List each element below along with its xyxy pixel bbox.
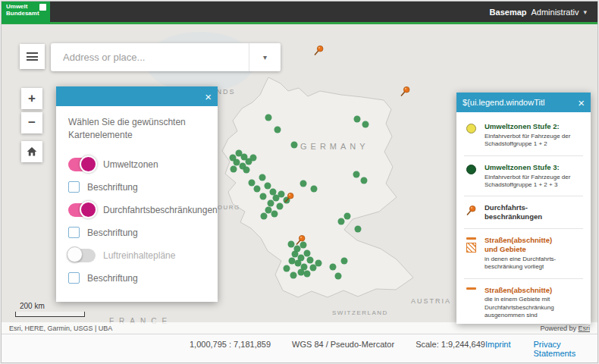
- legend-yellow-circle-icon: [464, 122, 478, 149]
- privacy-link[interactable]: Privacy Statements: [534, 340, 584, 358]
- uba-logo: Umwelt Bundesamt: [2, 1, 50, 24]
- chevron-down-icon: ▾: [263, 53, 267, 61]
- map-status: 1,000,795 : 7,181,859 WGS 84 / Pseudo-Me…: [190, 340, 485, 349]
- toggle-luftreinhaltepl-ne[interactable]: [68, 249, 96, 262]
- layer-row: Beschriftung: [68, 267, 205, 290]
- legend-item-title: Durchfahrts- beschränkungen: [485, 203, 583, 221]
- coordinates-readout: 1,000,795 : 7,181,859: [190, 340, 271, 349]
- umweltzone-dot[interactable]: [249, 180, 256, 187]
- toggle-durchfahrtsbeschr-nkungen[interactable]: [68, 203, 96, 217]
- umweltzone-dot[interactable]: [355, 226, 362, 233]
- umweltzone-dot[interactable]: [274, 127, 281, 133]
- home-button[interactable]: [21, 141, 42, 162]
- close-icon[interactable]: ×: [578, 97, 585, 108]
- legend-item-desc: Einfahrverbot für Fahrzeuge der Schadsto…: [485, 174, 583, 190]
- legend-item: Umweltzonen Stufe 2:Einfahrverbot für Fa…: [464, 115, 583, 156]
- map-canvas[interactable]: ERLANDSGERMANYXEMBOURGAUSTRIASWITZERLAND…: [2, 24, 597, 334]
- scale-readout: Scale: 1:9,244,649: [416, 340, 485, 349]
- umweltzone-dot[interactable]: [261, 213, 268, 220]
- search-box: ▾: [51, 43, 281, 71]
- layer-row: Beschriftung: [68, 176, 205, 199]
- top-bar: Umwelt Bundesamt Basemap Administrativ ▾: [2, 2, 597, 24]
- restriction-pin-icon[interactable]: [283, 192, 295, 204]
- logo-line2: Bundesamt: [6, 10, 45, 17]
- hamburger-icon: [27, 52, 38, 61]
- umweltzone-dot[interactable]: [289, 258, 296, 265]
- umweltzone-dot[interactable]: [250, 155, 257, 162]
- umweltzone-dot[interactable]: [344, 213, 351, 220]
- umweltzone-dot[interactable]: [362, 121, 369, 128]
- umweltzone-dot[interactable]: [265, 115, 272, 121]
- umweltzone-dot[interactable]: [259, 174, 266, 181]
- umweltzone-dot[interactable]: [254, 186, 261, 193]
- restriction-pin-icon[interactable]: [399, 86, 411, 98]
- umweltzone-dot[interactable]: [338, 218, 345, 225]
- umweltzone-dot[interactable]: [300, 180, 307, 187]
- checkbox-beschriftung-3[interactable]: [68, 227, 80, 238]
- checkbox-beschriftung-1[interactable]: [68, 181, 80, 193]
- layer-label: Umweltzonen: [103, 159, 158, 170]
- umweltzone-dot[interactable]: [315, 260, 322, 267]
- legend-title: ${ui.legend.windowTitl: [463, 98, 573, 107]
- map-scalebar: 200 km: [15, 302, 85, 317]
- country-label-switzerland: SWITZERLAND: [332, 309, 388, 316]
- umweltzone-dot[interactable]: [231, 166, 237, 173]
- layer-row: Beschriftung: [68, 221, 205, 244]
- umweltzone-dot[interactable]: [291, 142, 298, 149]
- umweltzone-dot[interactable]: [243, 167, 250, 174]
- logo-emblem-icon: [39, 4, 46, 11]
- umweltzone-dot[interactable]: [268, 200, 274, 207]
- umweltzone-dot[interactable]: [353, 171, 360, 178]
- legend-item-text: Durchfahrts- beschränkungen: [485, 203, 583, 221]
- toggle-umweltzonen[interactable]: [68, 158, 96, 171]
- attribution-text: Esri, HERE, Garmin, USGS | UBA: [9, 325, 112, 332]
- umweltzone-dot[interactable]: [260, 193, 267, 200]
- home-icon: [26, 146, 38, 158]
- umweltzone-dot[interactable]: [290, 272, 297, 279]
- umweltzone-dot[interactable]: [304, 271, 311, 278]
- dialog-body: Wählen Sie die gewünschten Kartenelement…: [56, 106, 218, 302]
- restriction-pin-icon[interactable]: [312, 45, 325, 57]
- umweltzone-dot[interactable]: [265, 183, 271, 190]
- legend-pin-icon: [464, 203, 478, 221]
- legend-item: Durchfahrts- beschränkungen: [464, 196, 583, 229]
- menu-button[interactable]: [20, 44, 45, 69]
- search-dropdown-button[interactable]: ▾: [249, 43, 281, 71]
- close-icon[interactable]: ×: [205, 91, 212, 102]
- footer-links: Imprint Privacy Statements: [485, 340, 584, 358]
- umweltzone-dot[interactable]: [307, 257, 314, 264]
- umweltzone-dot[interactable]: [330, 264, 337, 271]
- umweltzone-dot[interactable]: [271, 211, 278, 218]
- basemap-value: Administrativ: [532, 8, 579, 17]
- search-input[interactable]: [51, 43, 249, 71]
- legend-item-desc: die in einem Gebiete mit Durchfahrtsbesc…: [485, 296, 583, 319]
- umweltzone-dot[interactable]: [354, 116, 361, 123]
- legend-item-text: Straßen(abschnitte)die in einem Gebiete …: [485, 286, 583, 320]
- layer-label: Beschriftung: [87, 182, 138, 193]
- legend-item-title: Straßen(abschnitte) und Gebiete: [485, 236, 583, 254]
- legend-header: ${ui.legend.windowTitl ×: [456, 93, 591, 112]
- restriction-pin-icon[interactable]: [294, 234, 306, 246]
- umweltzone-dot[interactable]: [335, 273, 342, 280]
- legend-item: Straßen(abschnitte) und Gebietein denen …: [464, 229, 583, 279]
- umweltzone-dot[interactable]: [361, 177, 368, 184]
- legend-green-circle-icon: [464, 163, 478, 190]
- dialog-header: ×: [56, 86, 218, 106]
- legend-body: Umweltzonen Stufe 2:Einfahrverbot für Fa…: [456, 112, 591, 330]
- legend-item: Umweltzonen Stufe 3:Einfahrverbot für Fa…: [464, 156, 583, 197]
- imprint-link[interactable]: Imprint: [485, 340, 511, 358]
- legend-item-title: Straßen(abschnitte): [485, 286, 583, 295]
- checkbox-beschriftung-5[interactable]: [68, 272, 80, 284]
- basemap-selector[interactable]: Basemap Administrativ ▾: [490, 8, 587, 17]
- legend-item-title: Umweltzonen Stufe 3:: [485, 163, 583, 172]
- umweltzone-dot[interactable]: [284, 265, 290, 272]
- umweltzone-dot[interactable]: [311, 186, 318, 193]
- zoom-in-button[interactable]: +: [21, 88, 42, 109]
- umweltzone-dot[interactable]: [341, 258, 348, 265]
- chevron-down-icon: ▾: [583, 8, 587, 16]
- umweltzone-dot[interactable]: [304, 250, 311, 257]
- zoom-out-button[interactable]: −: [21, 112, 42, 133]
- status-footer: 1,000,795 : 7,181,859 WGS 84 / Pseudo-Me…: [2, 334, 597, 362]
- layer-label: Luftreinhaltepläne: [103, 250, 175, 261]
- country-label-austria: AUSTRIA: [411, 297, 451, 305]
